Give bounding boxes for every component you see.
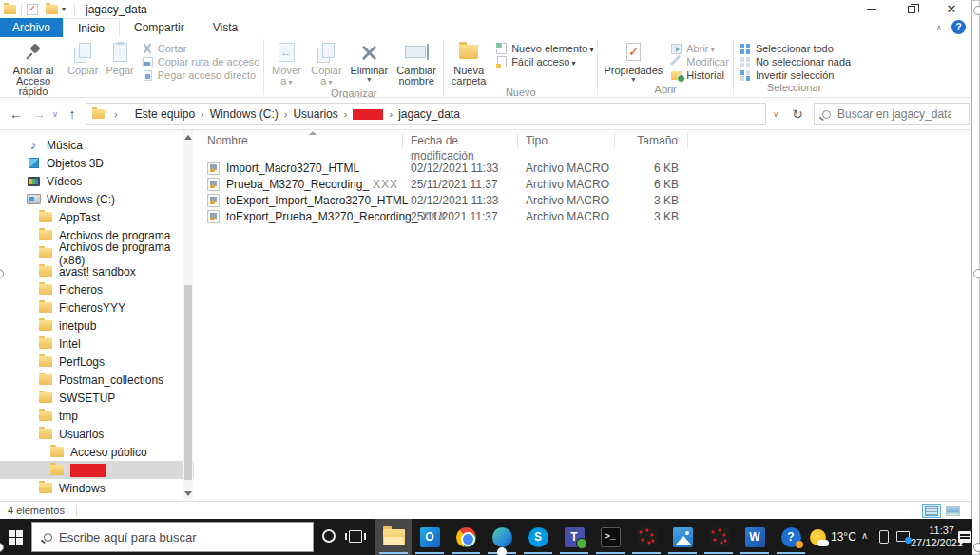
forward-icon[interactable] bbox=[29, 98, 49, 130]
explorer-search-input[interactable] bbox=[837, 107, 951, 121]
restore-button[interactable] bbox=[892, 0, 932, 18]
sidebar-item[interactable] bbox=[0, 461, 194, 479]
terminal-icon[interactable]: >_ bbox=[592, 519, 628, 555]
tab-archivo[interactable]: Archivo bbox=[0, 18, 63, 37]
tray-expand-icon[interactable]: ∧ bbox=[861, 530, 868, 541]
breadcrumb-segment[interactable]: › jagacy_data bbox=[383, 107, 459, 121]
open-button[interactable]: Abrir bbox=[670, 42, 729, 55]
action-center-icon[interactable] bbox=[958, 531, 971, 543]
paste-button[interactable]: Pegar bbox=[102, 39, 137, 76]
redacted-app-icon[interactable] bbox=[701, 519, 737, 555]
breadcrumb-segment[interactable]: › bbox=[338, 108, 384, 120]
table-row[interactable]: toExport_Import_Macro3270_HTML 02/12/202… bbox=[195, 192, 971, 208]
sidebar-item[interactable]: Windows bbox=[0, 479, 194, 497]
table-row[interactable]: toExport_Prueba_M3270_Recording_ XXX 25/… bbox=[195, 208, 971, 224]
sidebar-item[interactable]: Postman_collections bbox=[0, 371, 194, 389]
scroll-up-icon[interactable] bbox=[184, 135, 192, 140]
phone-link-icon[interactable] bbox=[879, 530, 889, 544]
column-header-date[interactable]: Fecha de modificación bbox=[403, 133, 518, 148]
word-icon[interactable]: W bbox=[737, 519, 773, 555]
copy-to-button[interactable]: Copiar a bbox=[306, 39, 346, 87]
sidebar-item[interactable]: PerfLogs bbox=[0, 353, 194, 371]
teams-icon[interactable]: T bbox=[556, 519, 592, 555]
properties-quick-icon[interactable] bbox=[27, 4, 38, 15]
breadcrumb[interactable]: › Este equipo › Windows (C:) bbox=[86, 103, 766, 125]
delete-button[interactable]: Eliminar bbox=[346, 39, 392, 84]
sidebar-item[interactable]: Vídeos bbox=[0, 172, 194, 190]
table-row[interactable]: Prueba_M3270_Recording_ XXX 25/11/2021 1… bbox=[195, 176, 971, 192]
new-folder-button[interactable]: Nueva carpeta bbox=[446, 39, 491, 86]
sidebar-item[interactable]: Intel bbox=[0, 335, 194, 353]
sidebar-item[interactable]: SWSETUP bbox=[0, 389, 194, 407]
sidebar-item[interactable]: Acceso público bbox=[0, 443, 194, 461]
sidebar-item[interactable]: FicherosYYY bbox=[0, 298, 194, 316]
skype-icon[interactable]: S bbox=[520, 519, 556, 555]
scroll-down-icon[interactable] bbox=[184, 491, 192, 496]
copy-path-button[interactable]: Copiar ruta de acceso bbox=[142, 55, 260, 68]
edge-icon[interactable] bbox=[484, 519, 520, 555]
move-to-button[interactable]: Mover a bbox=[266, 39, 306, 87]
paste-shortcut-button[interactable]: Pegar acceso directo bbox=[142, 68, 260, 82]
redacted-app-icon[interactable] bbox=[628, 519, 664, 555]
easy-access-button[interactable]: Fácil acceso bbox=[495, 55, 593, 68]
rename-button[interactable]: Cambiar nombre bbox=[392, 39, 441, 86]
column-header-size[interactable]: Tamaño bbox=[615, 133, 688, 148]
sidebar-item[interactable]: inetpub bbox=[0, 316, 194, 335]
table-row[interactable]: Import_Macro3270_HTML 02/12/2021 11:33 A… bbox=[195, 160, 971, 176]
sidebar-item[interactable]: Windows (C:) bbox=[0, 190, 194, 208]
help-icon[interactable]: ? bbox=[951, 20, 966, 34]
tab-vista[interactable]: Vista bbox=[199, 18, 252, 37]
display-tray-icon[interactable] bbox=[896, 531, 910, 542]
breadcrumb-segment[interactable]: › Windows (C:) bbox=[195, 107, 279, 121]
scrollbar-thumb[interactable] bbox=[184, 285, 192, 480]
minimize-button[interactable] bbox=[852, 0, 892, 18]
customize-toolbar-icon[interactable]: ▾ bbox=[62, 5, 66, 13]
tab-inicio[interactable]: Inicio bbox=[63, 18, 120, 37]
close-button[interactable]: ✕ bbox=[932, 0, 971, 18]
up-icon[interactable] bbox=[61, 98, 84, 130]
edit-button[interactable]: Modificar bbox=[670, 55, 729, 68]
start-button[interactable] bbox=[0, 519, 31, 555]
new-item-button[interactable]: Nuevo elemento bbox=[495, 42, 593, 55]
breadcrumb-segment[interactable]: › Usuarios bbox=[279, 107, 338, 121]
sidebar-item[interactable]: AppTast bbox=[0, 208, 194, 226]
breadcrumb-segment[interactable]: Este equipo bbox=[124, 107, 195, 121]
back-icon[interactable] bbox=[4, 98, 29, 130]
properties-button[interactable]: Propiedades bbox=[600, 39, 666, 84]
taskbar-search-input[interactable] bbox=[59, 530, 278, 545]
cut-button[interactable]: Cortar bbox=[142, 42, 260, 55]
column-header-type[interactable]: Tipo bbox=[518, 133, 615, 148]
outlook-icon[interactable]: O bbox=[412, 519, 448, 555]
sidebar-item[interactable]: Usuarios bbox=[0, 425, 194, 443]
time: 11:37 bbox=[911, 525, 954, 537]
cortana-icon[interactable] bbox=[322, 529, 336, 543]
details-view-button[interactable] bbox=[922, 504, 941, 518]
copy-button[interactable]: Copiar bbox=[64, 39, 102, 76]
taskbar-clock[interactable]: 11:37 27/12/2021 bbox=[911, 525, 954, 549]
sidebar-item[interactable]: tmp bbox=[0, 407, 194, 425]
sidebar-scrollbar[interactable] bbox=[183, 130, 193, 501]
invert-selection-button[interactable]: Invertir selección bbox=[740, 68, 851, 82]
thumbnails-view-button[interactable] bbox=[943, 504, 962, 518]
sidebar-item[interactable]: Objetos 3D bbox=[0, 154, 194, 172]
column-header-name[interactable]: Nombre bbox=[195, 133, 403, 148]
address-dropdown-icon[interactable] bbox=[766, 103, 785, 125]
sidebar-item[interactable]: Ficheros bbox=[0, 280, 194, 298]
photos-icon[interactable] bbox=[664, 519, 701, 555]
new-folder-quick-icon[interactable] bbox=[46, 5, 58, 14]
history-button[interactable]: Historial bbox=[670, 68, 729, 82]
collapse-ribbon-icon[interactable]: ∧ bbox=[935, 23, 942, 32]
pin-quick-access-button[interactable]: Anclar al Acceso rápido bbox=[3, 39, 64, 97]
select-none-button[interactable]: No seleccionar nada bbox=[740, 55, 851, 68]
weather-widget[interactable]: 13°C bbox=[810, 519, 856, 555]
task-view-icon[interactable] bbox=[349, 530, 362, 543]
help-icon[interactable]: ? bbox=[773, 519, 809, 555]
item-label: Usuarios bbox=[59, 428, 104, 441]
sidebar-item[interactable]: Música bbox=[0, 136, 194, 154]
chrome-icon[interactable] bbox=[448, 519, 484, 555]
sidebar-item[interactable]: Archivos de programa (x86) bbox=[0, 244, 194, 262]
refresh-icon[interactable] bbox=[787, 103, 808, 125]
file-explorer-icon[interactable] bbox=[375, 519, 412, 555]
tab-compartir[interactable]: Compartir bbox=[120, 18, 199, 37]
select-all-button[interactable]: Seleccionar todo bbox=[740, 42, 851, 55]
